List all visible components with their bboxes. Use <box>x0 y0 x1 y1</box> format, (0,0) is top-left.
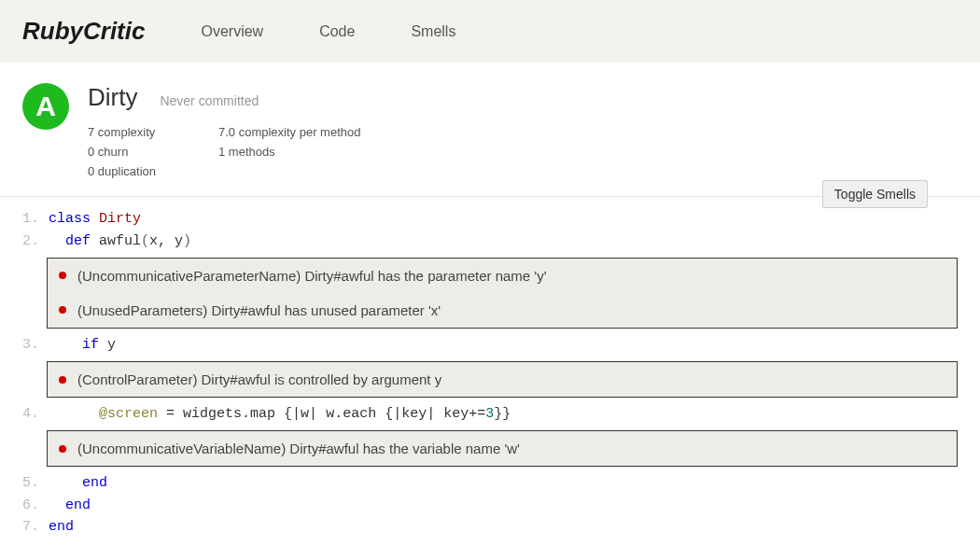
code-text: @screen = widgets.map {|w| w.each {|key|… <box>49 403 511 425</box>
file-name: Dirty <box>88 83 137 112</box>
brand-logo[interactable]: RubyCritic <box>22 17 145 46</box>
code-line-1: 1. class Dirty <box>0 208 980 230</box>
code-text: end <box>49 495 91 516</box>
smell-group: (UncommunicativeParameterName) Dirty#awf… <box>47 258 958 329</box>
metric-complexity: 7 complexity <box>88 123 209 143</box>
code-line-6: 6. end <box>0 495 980 516</box>
code-line-5: 5. end <box>0 472 980 494</box>
bullet-icon <box>59 272 66 279</box>
code-text: class Dirty <box>49 208 141 230</box>
smell-group: (ControlParameter) Dirty#awful is contro… <box>47 361 958 398</box>
code-container: 1. class Dirty 2. def awful(x, y) (Uncom… <box>0 197 980 560</box>
nav-code[interactable]: Code <box>319 23 355 40</box>
metrics: 7 complexity 0 churn 0 duplication 7.0 c… <box>88 123 958 181</box>
lineno: 1. <box>22 208 49 230</box>
lineno: 4. <box>22 403 49 425</box>
bullet-icon <box>59 376 66 384</box>
toggle-smells-button[interactable]: Toggle Smells <box>822 180 928 208</box>
code-text: end <box>49 516 74 538</box>
code-line-4: 4. @screen = widgets.map {|w| w.each {|k… <box>0 403 980 425</box>
file-details: Dirty Never committed 7 complexity 0 chu… <box>88 83 958 181</box>
smell-text: (ControlParameter) Dirty#awful is contro… <box>77 371 441 387</box>
smell-group: (UncommunicativeVariableName) Dirty#awfu… <box>47 430 958 467</box>
code-text: end <box>49 472 107 494</box>
bullet-icon <box>59 306 66 314</box>
header: RubyCritic Overview Code Smells <box>0 0 980 63</box>
metric-duplication: 0 duplication <box>88 162 209 182</box>
lineno: 5. <box>22 472 49 494</box>
code-line-3: 3. if y <box>0 334 980 356</box>
smell-item[interactable]: (ControlParameter) Dirty#awful is contro… <box>48 362 957 397</box>
smell-text: (UncommunicativeParameterName) Dirty#awf… <box>77 268 547 284</box>
smell-text: (UnusedParameters) Dirty#awful has unuse… <box>77 302 441 318</box>
bullet-icon <box>59 445 66 453</box>
lineno: 7. <box>22 516 49 538</box>
grade-badge: A <box>22 83 69 130</box>
lineno: 2. <box>22 231 49 252</box>
metric-methods: 1 methods <box>218 143 360 162</box>
file-summary: A Dirty Never committed 7 complexity 0 c… <box>0 63 980 197</box>
smell-item[interactable]: (UncommunicativeParameterName) Dirty#awf… <box>48 259 957 293</box>
smell-item[interactable]: (UnusedParameters) Dirty#awful has unuse… <box>48 293 957 328</box>
code-text: if y <box>49 334 116 356</box>
nav-overview[interactable]: Overview <box>201 23 263 40</box>
code-line-7: 7. end <box>0 516 980 538</box>
code-line-2: 2. def awful(x, y) <box>0 231 980 252</box>
nav-smells[interactable]: Smells <box>411 23 455 40</box>
commit-status: Never committed <box>160 93 259 108</box>
smell-item[interactable]: (UncommunicativeVariableName) Dirty#awfu… <box>48 431 957 466</box>
file-title-row: Dirty Never committed <box>88 83 958 112</box>
metrics-col-left: 7 complexity 0 churn 0 duplication <box>88 123 209 181</box>
lineno: 3. <box>22 334 49 356</box>
metrics-col-right: 7.0 complexity per method 1 methods <box>218 123 360 181</box>
metric-complexity-per-method: 7.0 complexity per method <box>218 123 360 143</box>
smell-text: (UncommunicativeVariableName) Dirty#awfu… <box>77 441 520 456</box>
lineno: 6. <box>22 495 49 516</box>
metric-churn: 0 churn <box>88 143 209 162</box>
code-text: def awful(x, y) <box>49 231 191 252</box>
